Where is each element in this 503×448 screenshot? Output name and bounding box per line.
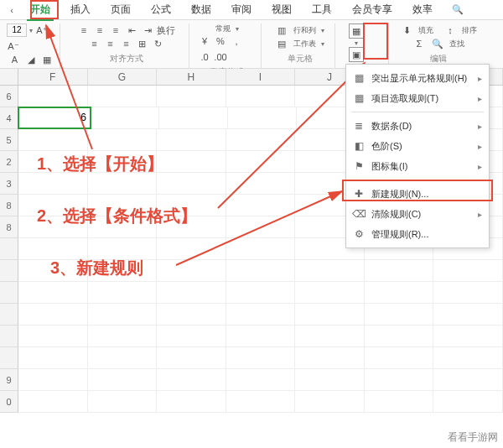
comma-icon[interactable]: , [230, 34, 243, 48]
row-col-button[interactable]: 行和列 [293, 25, 316, 36]
prev-tab-icon[interactable]: ‹ [5, 3, 18, 17]
menu-color-scales[interactable]: ◧色阶(S) ▸ [346, 136, 489, 156]
row-col-icon[interactable]: ▥ [275, 23, 288, 37]
row-header[interactable]: 5 [0, 129, 18, 151]
worksheet-icon[interactable]: ▤ [275, 37, 288, 50]
tab-insert[interactable]: 插入 [62, 0, 99, 20]
selected-cell[interactable]: 6 [18, 107, 91, 128]
top-rules-icon: ▦ [353, 92, 365, 104]
menu-top-rules[interactable]: ▦项目选取规则(T) ▸ [346, 88, 489, 108]
row-header[interactable] [0, 326, 18, 347]
merge-icon[interactable]: ⊞ [136, 37, 149, 50]
tab-page[interactable]: 页面 [102, 0, 139, 20]
row-header[interactable] [0, 304, 18, 326]
menu-label: 数据条(D) [371, 120, 412, 133]
menu-new-rule[interactable]: ✚新建规则(N)... [346, 184, 489, 204]
row-header[interactable]: 8 [0, 195, 18, 216]
fill-icon[interactable]: ⬇ [400, 23, 413, 37]
find-button[interactable]: 查找 [449, 39, 464, 49]
group-edit: ⬇ 填充 ↕ 排序 Σ 🔍 查找 编辑 [392, 23, 485, 68]
row-header[interactable]: 2 [0, 151, 18, 173]
row-header[interactable]: 9 [0, 369, 18, 391]
tab-review[interactable]: 审阅 [223, 0, 260, 20]
annotation-step-1: 1、选择【开始】 [37, 153, 163, 175]
tab-tools[interactable]: 工具 [303, 0, 340, 20]
align-bottom-icon[interactable]: ≡ [109, 23, 122, 37]
group-edit-label: 编辑 [430, 53, 447, 65]
col-header[interactable]: G [88, 69, 158, 85]
number-format-dropdown[interactable]: 常规 [215, 23, 231, 34]
fill-button[interactable]: 填充 [418, 25, 433, 36]
row-header[interactable]: 0 [0, 391, 18, 413]
menu-label: 新建规则(N)... [371, 188, 428, 201]
chevron-right-icon: ▸ [478, 74, 482, 83]
align-middle-icon[interactable]: ≡ [93, 23, 106, 37]
align-top-icon[interactable]: ≡ [77, 23, 91, 37]
row-header[interactable] [0, 347, 18, 369]
col-header[interactable]: F [18, 69, 88, 85]
menu-clear-rules[interactable]: ⌫清除规则(C) ▸ [346, 204, 489, 224]
find-icon[interactable]: 🔍 [431, 37, 444, 50]
conditional-format-button[interactable]: ▦ ▾ [344, 23, 369, 47]
sort-button[interactable]: 排序 [462, 25, 477, 36]
group-number: 常规 ▾ ¥ % , .0 .00 数字格式 [193, 23, 262, 68]
conditional-format-icon: ▦ [349, 23, 364, 39]
sort-icon[interactable]: ↕ [443, 23, 457, 37]
fill-color-icon[interactable]: ◢ [24, 53, 38, 66]
orientation-icon[interactable]: ↻ [152, 37, 165, 50]
watermark: 看看手游网 [448, 430, 498, 445]
increase-font-icon[interactable]: A⁺ [35, 23, 49, 37]
font-size-input[interactable]: 12 [7, 23, 27, 37]
menu-highlight-rules[interactable]: ▦突出显示单元格规则(H) ▸ [346, 68, 489, 88]
row-header[interactable] [0, 260, 18, 282]
sum-icon[interactable]: Σ [412, 37, 426, 50]
menu-manage-rules[interactable]: ⚙管理规则(R)... [346, 224, 489, 244]
worksheet-button[interactable]: 工作表 [293, 39, 316, 49]
row-header[interactable]: 8 [0, 216, 18, 238]
dec-inc-icon[interactable]: .0 [198, 50, 211, 64]
row-header[interactable] [0, 282, 18, 304]
group-font: 12 ▾ A⁺ A⁻ A ◢ ▦ 字体 [2, 23, 60, 68]
align-center-icon[interactable]: ≡ [104, 37, 117, 50]
number-format-dropdown-icon[interactable]: ▾ [236, 25, 239, 33]
menu-sep [351, 180, 484, 180]
tab-data[interactable]: 数据 [183, 0, 220, 20]
group-cond-format: ▦ ▾ ▣ ▾ 条件格式 [339, 23, 389, 68]
tab-view[interactable]: 视图 [263, 0, 300, 20]
font-color-icon[interactable]: A [8, 53, 22, 66]
row-header[interactable]: 6 [0, 86, 18, 107]
tab-member[interactable]: 会员专享 [344, 0, 401, 20]
menu-icon-sets[interactable]: ⚑图标集(I) ▸ [346, 156, 489, 176]
col-header[interactable]: H [157, 69, 226, 85]
wrap-text-button[interactable]: 换行 [157, 23, 175, 37]
color-scales-icon: ◧ [353, 140, 365, 152]
menu-label: 管理规则(R)... [371, 228, 428, 241]
search-icon[interactable]: 🔍 [451, 3, 464, 17]
tab-formula[interactable]: 公式 [143, 0, 179, 20]
select-all-corner[interactable] [0, 69, 18, 85]
chevron-right-icon: ▸ [478, 162, 482, 171]
row-header[interactable]: 3 [0, 173, 18, 195]
tab-start[interactable]: 开始 [22, 0, 59, 20]
highlight-icon: ▦ [353, 72, 365, 84]
ribbon: 12 ▾ A⁺ A⁻ A ◢ ▦ 字体 ≡ ≡ ≡ ⇤ ⇥ 换行 ≡ ≡ ≡ ⊞… [0, 20, 503, 69]
percent-icon[interactable]: % [214, 34, 227, 48]
decrease-font-icon[interactable]: A⁻ [7, 39, 20, 53]
conditional-format-menu: ▦突出显示单元格规则(H) ▸ ▦项目选取规则(T) ▸ ≣数据条(D) ▸ ◧… [345, 64, 490, 248]
menu-label: 清除规则(C) [371, 208, 421, 221]
indent-dec-icon[interactable]: ⇤ [125, 23, 138, 37]
row-header[interactable]: 4 [0, 107, 18, 129]
dec-dec-icon[interactable]: .00 [214, 50, 227, 64]
align-left-icon[interactable]: ≡ [88, 37, 101, 50]
menu-data-bars[interactable]: ≣数据条(D) ▸ [346, 116, 489, 136]
cell-styles-icon: ▣ [349, 47, 364, 62]
row-header[interactable] [0, 238, 18, 260]
tab-efficiency[interactable]: 效率 [404, 0, 441, 20]
col-header[interactable]: I [226, 69, 296, 85]
indent-inc-icon[interactable]: ⇥ [141, 23, 154, 37]
border-icon[interactable]: ▦ [40, 53, 54, 66]
align-right-icon[interactable]: ≡ [120, 37, 133, 50]
menu-label: 项目选取规则(T) [371, 92, 438, 105]
currency-icon[interactable]: ¥ [198, 34, 211, 48]
font-size-dropdown-icon[interactable]: ▾ [29, 27, 33, 34]
